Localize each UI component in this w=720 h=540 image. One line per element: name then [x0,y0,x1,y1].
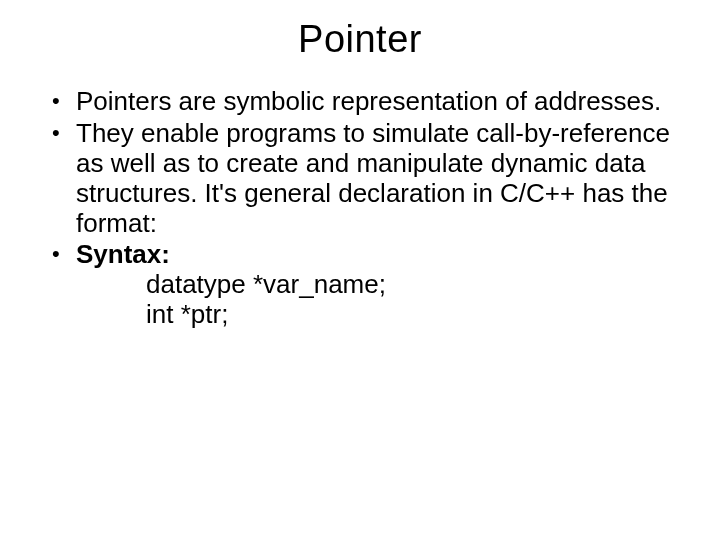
bullet-item: Syntax: datatype *var_name; int *ptr; [50,240,670,330]
syntax-line: datatype *var_name; [76,270,670,300]
bullet-text: Pointers are symbolic representation of … [76,86,661,116]
slide-body: Pointers are symbolic representation of … [0,69,720,330]
bullet-item: Pointers are symbolic representation of … [50,87,670,117]
syntax-line: int *ptr; [76,300,670,330]
bullet-item: They enable programs to simulate call-by… [50,119,670,239]
slide: Pointer Pointers are symbolic representa… [0,0,720,540]
slide-title: Pointer [0,0,720,69]
bullet-list: Pointers are symbolic representation of … [50,87,670,330]
bullet-text: They enable programs to simulate call-by… [76,118,670,238]
syntax-label: Syntax: [76,239,170,269]
